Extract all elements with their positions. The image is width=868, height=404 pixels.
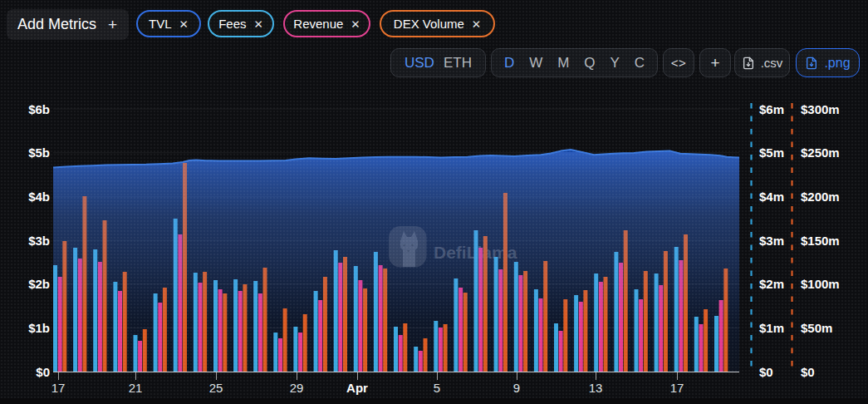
svg-text:21: 21 — [129, 381, 143, 395]
svg-text:$3m: $3m — [759, 234, 784, 248]
svg-text:$0: $0 — [801, 365, 815, 379]
svg-text:$1m: $1m — [759, 321, 784, 335]
svg-text:9: 9 — [513, 381, 520, 395]
svg-text:$6b: $6b — [28, 102, 50, 116]
svg-text:$3b: $3b — [28, 234, 50, 248]
svg-text:$0: $0 — [36, 365, 50, 379]
svg-text:$4b: $4b — [28, 190, 50, 204]
svg-text:Apr: Apr — [346, 381, 368, 395]
svg-text:$250m: $250m — [801, 145, 840, 160]
svg-text:25: 25 — [209, 381, 223, 395]
svg-text:17: 17 — [51, 381, 66, 395]
svg-text:$200m: $200m — [801, 190, 840, 204]
svg-text:13: 13 — [589, 381, 603, 395]
svg-text:$100m: $100m — [801, 277, 840, 291]
svg-text:$1b: $1b — [28, 321, 50, 335]
svg-text:$5b: $5b — [28, 145, 50, 160]
svg-text:$4m: $4m — [759, 190, 784, 204]
svg-text:$2m: $2m — [759, 277, 784, 291]
svg-text:$50m: $50m — [801, 321, 832, 335]
svg-text:$6m: $6m — [759, 102, 784, 116]
svg-text:5: 5 — [434, 381, 440, 395]
svg-text:$300m: $300m — [801, 102, 840, 116]
svg-text:$5m: $5m — [759, 145, 784, 160]
svg-text:17: 17 — [670, 381, 684, 395]
svg-text:$150m: $150m — [801, 234, 840, 248]
svg-text:$0: $0 — [759, 365, 773, 379]
svg-text:$2b: $2b — [28, 277, 50, 291]
svg-text:29: 29 — [290, 381, 304, 395]
